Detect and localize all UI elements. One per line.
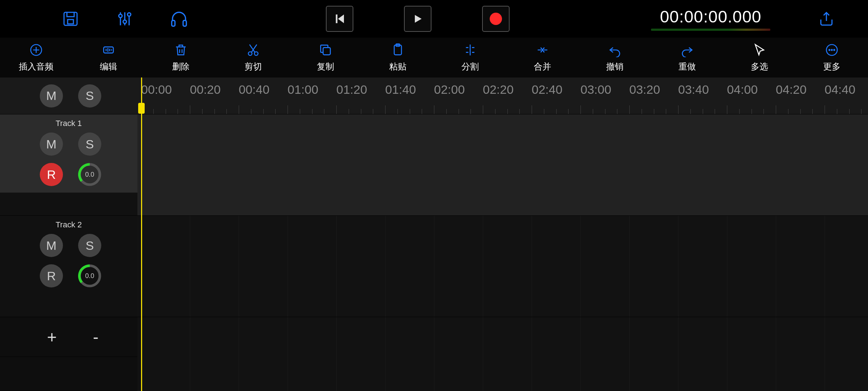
toolbar-merge-button[interactable]: 合并 <box>506 43 579 72</box>
track-lane[interactable] <box>137 216 868 317</box>
ruler-label: 04:20 <box>776 83 807 97</box>
play-button[interactable] <box>404 6 431 32</box>
track-record-arm-button[interactable]: R <box>40 163 63 186</box>
track-panel: M S Track 1MSR0.0Track 2MSR0.0 + - <box>0 77 137 391</box>
mixer-button[interactable] <box>105 6 145 32</box>
svg-rect-6 <box>183 21 186 26</box>
ruler-label: 01:00 <box>288 83 318 97</box>
ruler-label: 01:20 <box>336 83 367 97</box>
track-mute-button[interactable]: M <box>40 234 63 257</box>
svg-point-18 <box>834 50 835 51</box>
playhead[interactable] <box>141 77 142 391</box>
track-solo-button[interactable]: S <box>78 133 101 156</box>
timecode-value: 00:00:00.000 <box>660 7 762 26</box>
track-volume-knob[interactable]: 0.0 <box>78 264 101 287</box>
track-header[interactable]: Track 1MSR0.0 <box>0 114 137 216</box>
headphones-button[interactable] <box>159 6 199 32</box>
go-to-start-button[interactable] <box>326 6 353 32</box>
toolbar-label: 多选 <box>751 61 768 72</box>
toolbar-label: 合并 <box>534 61 551 72</box>
ruler-label: 03:00 <box>580 83 611 97</box>
ruler-label: 03:40 <box>678 83 709 97</box>
toolbar-label: 更多 <box>823 61 841 72</box>
add-track-button[interactable]: + <box>47 327 57 347</box>
ruler-label: 04:00 <box>727 83 758 97</box>
share-button[interactable] <box>807 6 846 32</box>
timecode-display[interactable]: 00:00:00.000 <box>651 7 770 31</box>
toolbar-paste-button[interactable]: 粘贴 <box>362 43 434 72</box>
ruler-label: 02:20 <box>483 83 514 97</box>
svg-point-2 <box>119 14 122 17</box>
master-track-header[interactable]: M S <box>0 77 137 114</box>
svg-rect-1 <box>68 20 73 24</box>
track-header[interactable]: Track 2MSR0.0 <box>0 216 137 317</box>
toolbar-copy-button[interactable]: 复制 <box>289 43 362 72</box>
master-mute-button[interactable]: M <box>40 84 63 108</box>
toolbar-redo-button[interactable]: 重做 <box>651 43 723 72</box>
toolbar-undo-button[interactable]: 撤销 <box>579 43 651 72</box>
toolbar-cut-button[interactable]: 剪切 <box>217 43 289 72</box>
remove-track-button[interactable]: - <box>93 327 98 347</box>
record-button[interactable] <box>482 6 510 32</box>
top-toolbar: 00:00:00.000 <box>0 0 868 38</box>
toolbar-delete-button[interactable]: 删除 <box>145 43 217 72</box>
record-icon <box>490 13 502 25</box>
ruler-label: 04:40 <box>825 83 855 97</box>
track-lane[interactable] <box>137 114 868 216</box>
toolbar-label: 删除 <box>172 61 190 72</box>
svg-rect-12 <box>323 47 330 55</box>
track-volume-value: 0.0 <box>85 171 94 178</box>
ruler-label: 00:00 <box>141 83 172 97</box>
ruler-label: 00:20 <box>190 83 221 97</box>
toolbar-label: 粘贴 <box>389 61 407 72</box>
toolbar-insert-button[interactable]: 插入音频 <box>0 43 72 72</box>
toolbar-label: 撤销 <box>606 61 624 72</box>
ruler-label: 02:00 <box>434 83 465 97</box>
toolbar-split-button[interactable]: 分割 <box>434 43 506 72</box>
svg-point-4 <box>127 13 131 16</box>
track-add-remove: + - <box>0 317 137 357</box>
ruler-label: 00:40 <box>239 83 269 97</box>
track-volume-value: 0.0 <box>85 272 94 280</box>
toolbar-label: 剪切 <box>244 61 262 72</box>
svg-point-16 <box>829 50 830 51</box>
toolbar-label: 插入音频 <box>19 61 54 72</box>
track-name: Track 1 <box>0 119 137 128</box>
toolbar-label: 分割 <box>461 61 479 72</box>
timeline[interactable]: 00:0000:2000:4001:0001:2001:4002:0002:20… <box>137 77 868 391</box>
time-ruler[interactable]: 00:0000:2000:4001:0001:2001:4002:0002:20… <box>137 77 868 114</box>
svg-rect-7 <box>336 14 338 23</box>
svg-rect-5 <box>172 21 175 26</box>
toolbar-multi-button[interactable]: 多选 <box>723 43 796 72</box>
track-record-arm-button[interactable]: R <box>40 264 63 287</box>
track-solo-button[interactable]: S <box>78 234 101 257</box>
toolbar-more-button[interactable]: 更多 <box>796 43 868 72</box>
toolbar-label: 复制 <box>317 61 334 72</box>
toolbar-edit-button[interactable]: 编辑 <box>72 43 145 72</box>
toolbar-label: 编辑 <box>100 61 117 72</box>
workspace: M S Track 1MSR0.0Track 2MSR0.0 + - 00:00… <box>0 77 868 391</box>
edit-toolbar: 插入音频编辑删除剪切复制粘贴分割合并撤销重做多选更多 <box>0 38 868 77</box>
track-volume-knob[interactable]: 0.0 <box>78 163 101 186</box>
ruler-label: 01:40 <box>385 83 416 97</box>
level-meter <box>651 29 770 31</box>
toolbar-label: 重做 <box>678 61 696 72</box>
svg-point-17 <box>831 50 833 51</box>
ruler-label: 02:40 <box>532 83 562 97</box>
svg-point-3 <box>123 20 126 23</box>
master-solo-button[interactable]: S <box>78 84 101 108</box>
ruler-label: 03:20 <box>629 83 660 97</box>
track-mute-button[interactable]: M <box>40 133 63 156</box>
save-button[interactable] <box>51 6 90 32</box>
playhead-handle[interactable] <box>138 103 145 114</box>
track-name: Track 2 <box>0 220 137 230</box>
